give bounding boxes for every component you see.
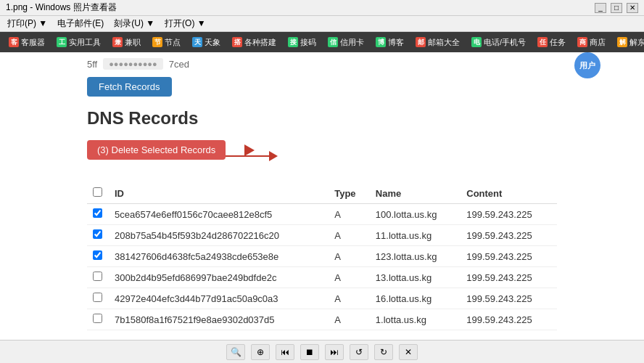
info-text-3: 7ced xyxy=(169,59,189,70)
table-header-row: ID Type Name Content xyxy=(87,183,557,204)
bookmark-label-jema: 接码 xyxy=(300,37,316,48)
menu-open[interactable]: 打开(O) ▼ xyxy=(160,16,210,31)
bookmark-label-jianzhi: 兼职 xyxy=(125,37,141,48)
bookmark-icon-kefu: 客 xyxy=(9,37,19,47)
toolbar-next-button[interactable]: ⏭ xyxy=(325,344,344,360)
row-checkbox-cell xyxy=(87,288,109,309)
bookmark-label-task: 任务 xyxy=(550,37,566,48)
bookmark-credit[interactable]: 信 信用卡 xyxy=(323,36,368,49)
row-id: 42972e404efc3d44b77d91ac50a9c0a3 xyxy=(109,288,329,309)
row-content: 199.59.243.225 xyxy=(461,225,557,246)
select-all-checkbox[interactable] xyxy=(93,187,102,197)
info-text-1: 5ff xyxy=(87,59,97,70)
toolbar-close-button[interactable]: ✕ xyxy=(399,344,418,360)
bookmark-label-tianxiang: 天象 xyxy=(205,37,220,48)
bookmark-node[interactable]: 节 节点 xyxy=(148,36,185,49)
bookmark-icon-dajian: 搭 xyxy=(232,37,242,47)
avatar[interactable]: 用户 xyxy=(574,52,600,78)
th-type: Type xyxy=(329,183,370,204)
delete-selected-button[interactable]: (3) Delete Selected Records xyxy=(87,140,226,160)
menu-print[interactable]: 打印(P) ▼ xyxy=(3,16,51,31)
menu-email[interactable]: 电子邮件(E) xyxy=(53,16,108,31)
bookmark-dajian[interactable]: 搭 各种搭建 xyxy=(228,36,281,49)
toolbar-play-button[interactable]: ⏹ xyxy=(300,344,319,360)
close-button[interactable]: ✕ xyxy=(627,3,638,13)
row-checkbox-5[interactable] xyxy=(93,314,102,323)
row-name: 100.lotta.us.kg xyxy=(370,204,461,225)
row-name: 11.lotta.us.kg xyxy=(370,225,461,246)
title-bar-left: 1.png - Windows 照片查看器 xyxy=(6,1,117,14)
bookmark-icon-shop: 商 xyxy=(577,37,587,47)
row-id: 7b1580f8a1f67521f9e8ae9302d037d5 xyxy=(109,309,329,330)
row-checkbox-0[interactable] xyxy=(93,208,102,218)
row-id: 381427606d4638fc5a24938cde653e8e xyxy=(109,246,329,267)
bookmark-phone[interactable]: 电 电话/手机号 xyxy=(467,36,530,49)
minimize-button[interactable]: _ xyxy=(595,3,606,13)
row-name: 16.lotta.us.kg xyxy=(370,288,461,309)
info-row: 5ff ●●●●●●●●●● 7ced xyxy=(87,58,557,70)
bookmark-tianxiang[interactable]: 天 天象 xyxy=(188,36,225,49)
dns-table-body: 5cea6574e6eff0156c70caee812e8cf5A100.lot… xyxy=(87,204,557,330)
bookmark-icon-email: 邮 xyxy=(416,37,426,47)
row-name: 123.lotta.us.kg xyxy=(370,246,461,267)
bookmark-jiedong[interactable]: 解 解东卡 xyxy=(613,36,644,49)
fetch-records-button[interactable]: Fetch Records xyxy=(87,77,172,97)
row-name: 13.lotta.us.kg xyxy=(370,267,461,288)
row-checkbox-2[interactable] xyxy=(93,250,102,260)
toolbar-prev-button[interactable]: ⏮ xyxy=(276,344,294,360)
bookmark-label-credit: 信用卡 xyxy=(340,37,364,48)
table-row: 7b1580f8a1f67521f9e8ae9302d037d5A1.lotta… xyxy=(87,309,557,330)
title-bar: 1.png - Windows 照片查看器 _ □ ✕ xyxy=(0,0,644,16)
bookmark-jema[interactable]: 接 接码 xyxy=(284,36,321,49)
row-id: 300b2d4b95efd686997bae249bdfde2c xyxy=(109,267,329,288)
row-content: 199.59.243.225 xyxy=(461,267,557,288)
bookmark-icon-task: 任 xyxy=(537,37,548,47)
bookmark-label-jiedong: 解东卡 xyxy=(629,37,644,48)
bookmark-icon-phone: 电 xyxy=(471,37,482,47)
table-row: 42972e404efc3d44b77d91ac50a9c0a3A16.lott… xyxy=(87,288,557,309)
bookmark-label-kefu: 客服器 xyxy=(21,37,45,48)
toolbar-rotate-right-button[interactable]: ↻ xyxy=(374,344,393,360)
bookmark-task[interactable]: 任 任务 xyxy=(533,36,570,49)
maximize-button[interactable]: □ xyxy=(611,3,622,13)
toolbar-rotate-left-button[interactable]: ↺ xyxy=(350,344,368,360)
window-title: 1.png - Windows 照片查看器 xyxy=(6,1,117,14)
bookmark-icon-blog: 博 xyxy=(376,37,386,47)
delete-btn-wrapper: (3) Delete Selected Records xyxy=(87,140,226,171)
avatar-initials: 用户 xyxy=(579,60,595,71)
table-row: 300b2d4b95efd686997bae249bdfde2cA13.lott… xyxy=(87,267,557,288)
bookmark-email[interactable]: 邮 邮箱大全 xyxy=(411,36,464,49)
row-type: A xyxy=(329,288,370,309)
info-text-2: ●●●●●●●●●● xyxy=(103,58,162,70)
row-content: 199.59.243.225 xyxy=(461,246,557,267)
bookmarks-bar: 客 客服器 工 实用工具 兼 兼职 节 节点 天 天象 搭 各种搭建 接 接码 … xyxy=(0,32,644,52)
bookmark-jianzhi[interactable]: 兼 兼职 xyxy=(108,36,145,49)
row-checkbox-4[interactable] xyxy=(93,293,102,302)
toolbar-zoom-button[interactable]: ⊕ xyxy=(251,344,270,360)
bookmark-tools[interactable]: 工 实用工具 xyxy=(52,36,105,49)
bookmark-label-phone: 电话/手机号 xyxy=(484,37,526,48)
row-type: A xyxy=(329,225,370,246)
table-row: 208b75a54b45f593b24d286702216c20A11.lott… xyxy=(87,225,557,246)
row-name: 1.lotta.us.kg xyxy=(370,309,461,330)
row-checkbox-cell xyxy=(87,267,109,288)
row-checkbox-3[interactable] xyxy=(93,272,102,281)
row-id: 208b75a54b45f593b24d286702216c20 xyxy=(109,225,329,246)
bookmark-blog[interactable]: 博 博客 xyxy=(371,36,408,49)
row-id: 5cea6574e6eff0156c70caee812e8cf5 xyxy=(109,204,329,225)
arrow-line xyxy=(226,155,269,157)
toolbar-search-button[interactable]: 🔍 xyxy=(226,344,245,360)
row-checkbox-1[interactable] xyxy=(93,229,102,239)
bookmark-icon-jema: 接 xyxy=(288,37,298,47)
content-area: 5ff ●●●●●●●●●● 7ced Fetch Records DNS Re… xyxy=(0,52,644,340)
row-type: A xyxy=(329,267,370,288)
title-bar-controls: _ □ ✕ xyxy=(595,3,638,13)
bookmark-icon-tianxiang: 天 xyxy=(192,37,202,47)
row-content: 199.59.243.225 xyxy=(461,309,557,330)
bookmark-label-email: 邮箱大全 xyxy=(428,37,460,48)
menu-burn[interactable]: 刻录(U) ▼ xyxy=(110,16,159,31)
bookmark-kefu[interactable]: 客 客服器 xyxy=(4,36,49,49)
bookmark-shop[interactable]: 商 商店 xyxy=(573,36,610,49)
bottom-toolbar: 🔍 ⊕ ⏮ ⏹ ⏭ ↺ ↻ ✕ xyxy=(0,340,644,363)
row-type: A xyxy=(329,204,370,225)
